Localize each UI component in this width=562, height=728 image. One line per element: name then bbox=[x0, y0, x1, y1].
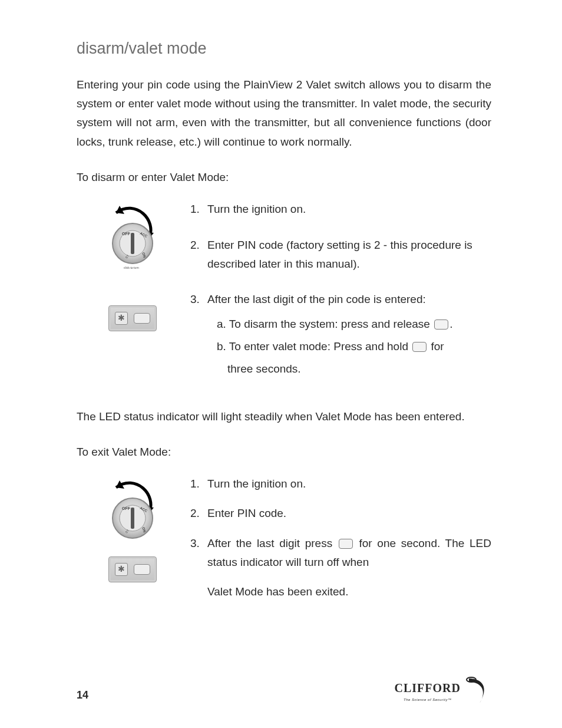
step-text: After the last digit of the pin code is … bbox=[207, 293, 426, 305]
list-item: Enter PIN code. bbox=[203, 504, 491, 523]
disarm-steps-list: Turn the ignition on. Enter PIN code (fa… bbox=[189, 200, 491, 380]
ignition-knob-icon: OFF ACC ON ST click-to-turn bbox=[103, 202, 162, 270]
list-item: Enter PIN code (factory setting is 2 - t… bbox=[203, 236, 491, 274]
svg-text:OFF: OFF bbox=[122, 506, 131, 510]
svg-rect-4 bbox=[131, 233, 134, 254]
brand-tagline: The Science of Security™ bbox=[395, 697, 461, 703]
text: three seconds. bbox=[217, 358, 491, 380]
list-item: After the last digit of the pin code is … bbox=[203, 290, 491, 380]
substep-b: b. To enter valet mode: Press and hold f… bbox=[217, 335, 491, 380]
exit-block: OFF ACC ON ST ✱ Turn the ignition on. En… bbox=[77, 475, 491, 612]
brand-name: CLIFFORD bbox=[395, 681, 461, 694]
intro-paragraph: Entering your pin code using the PlainVi… bbox=[77, 75, 491, 151]
button-icon bbox=[339, 539, 353, 549]
section-title: disarm/valet mode bbox=[77, 35, 491, 62]
blank-button-icon bbox=[134, 564, 150, 575]
text: a. To disarm the system: press and relea… bbox=[217, 318, 433, 330]
exit-steps-list: Turn the ignition on. Enter PIN code. Af… bbox=[189, 475, 491, 601]
substep-a: a. To disarm the system: press and relea… bbox=[217, 313, 491, 335]
list-item: Turn the ignition on. bbox=[203, 475, 491, 493]
list-item: After the last digit press for one secon… bbox=[203, 534, 491, 602]
page-footer: 14 CLIFFORD The Science of Security™ G bbox=[77, 676, 491, 704]
figure-column: OFF ACC ON ST ✱ bbox=[77, 475, 189, 612]
svg-text:OFF: OFF bbox=[122, 232, 131, 236]
text: b. To enter valet mode: Press and hold bbox=[217, 340, 411, 353]
brand-swoosh-icon: G bbox=[465, 676, 491, 704]
text: Valet Mode has been exited. bbox=[207, 582, 491, 601]
disarm-lead: To disarm or enter Valet Mode: bbox=[77, 168, 491, 187]
blank-button-icon bbox=[134, 313, 150, 324]
text: . bbox=[449, 318, 452, 330]
svg-text:G: G bbox=[469, 678, 472, 682]
text: for bbox=[428, 340, 444, 353]
button-icon bbox=[412, 342, 427, 352]
status-paragraph: The LED status indicator will light stea… bbox=[77, 407, 491, 426]
list-item: Turn the ignition on. bbox=[203, 200, 491, 219]
svg-text:click-to-turn: click-to-turn bbox=[124, 266, 139, 269]
page-number: 14 bbox=[77, 686, 88, 704]
substeps: a. To disarm the system: press and relea… bbox=[207, 313, 491, 380]
star-button-icon: ✱ bbox=[115, 563, 128, 576]
text: After the last digit press bbox=[207, 537, 338, 549]
star-button-icon: ✱ bbox=[115, 312, 128, 325]
valet-switch-icon: ✱ bbox=[108, 556, 157, 582]
svg-rect-14 bbox=[131, 508, 134, 529]
brand-logo: CLIFFORD The Science of Security™ G bbox=[395, 676, 491, 704]
valet-switch-icon: ✱ bbox=[108, 305, 157, 331]
button-icon bbox=[434, 319, 448, 330]
ignition-knob-icon: OFF ACC ON ST bbox=[103, 477, 162, 545]
figure-column: OFF ACC ON ST click-to-turn ✱ bbox=[77, 200, 189, 396]
disarm-block: OFF ACC ON ST click-to-turn ✱ Turn the i… bbox=[77, 200, 491, 396]
exit-lead: To exit Valet Mode: bbox=[77, 443, 491, 462]
